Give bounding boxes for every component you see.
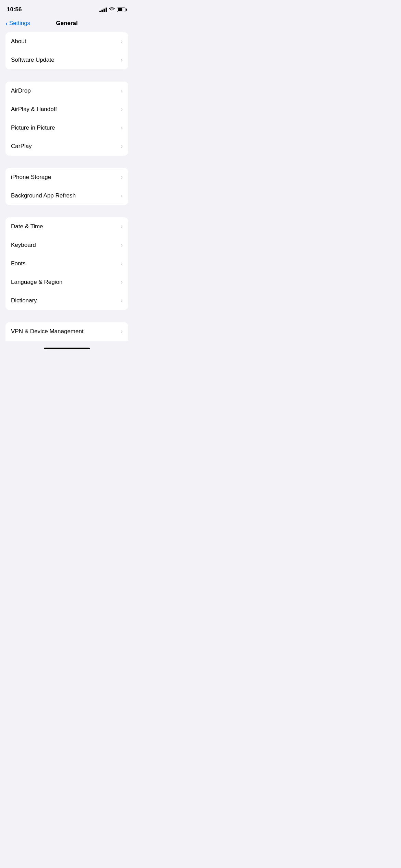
- settings-row-airplay-handoff[interactable]: AirPlay & Handoff ›: [5, 100, 128, 119]
- home-indicator-area: [0, 345, 134, 352]
- settings-row-date-time[interactable]: Date & Time ›: [5, 217, 128, 236]
- signal-icon: [99, 8, 107, 12]
- status-time: 10:56: [7, 6, 22, 13]
- settings-group-2: AirDrop › AirPlay & Handoff › Picture in…: [5, 82, 128, 156]
- row-label-fonts: Fonts: [11, 260, 26, 267]
- nav-bar: ‹ Settings General: [0, 17, 134, 32]
- settings-row-language-region[interactable]: Language & Region ›: [5, 273, 128, 291]
- chevron-icon-language-region: ›: [121, 279, 123, 285]
- row-label-date-time: Date & Time: [11, 223, 43, 230]
- settings-row-background-app-refresh[interactable]: Background App Refresh ›: [5, 186, 128, 205]
- row-label-iphone-storage: iPhone Storage: [11, 174, 51, 181]
- row-label-dictionary: Dictionary: [11, 297, 37, 304]
- chevron-icon-fonts: ›: [121, 261, 123, 267]
- home-bar: [44, 348, 90, 349]
- settings-row-iphone-storage[interactable]: iPhone Storage ›: [5, 168, 128, 186]
- settings-row-dictionary[interactable]: Dictionary ›: [5, 291, 128, 310]
- settings-row-software-update[interactable]: Software Update ›: [5, 51, 128, 69]
- chevron-icon-dictionary: ›: [121, 298, 123, 304]
- settings-group-5: VPN & Device Management ›: [5, 322, 128, 341]
- settings-group-1: About › Software Update ›: [5, 32, 128, 69]
- chevron-icon-iphone-storage: ›: [121, 174, 123, 180]
- battery-icon: [117, 8, 127, 12]
- wifi-icon: [109, 7, 115, 12]
- page-title: General: [56, 20, 77, 27]
- row-label-carplay: CarPlay: [11, 143, 32, 150]
- back-chevron-icon: ‹: [5, 20, 8, 27]
- settings-group-4: Date & Time › Keyboard › Fonts › Languag…: [5, 217, 128, 310]
- row-label-language-region: Language & Region: [11, 279, 62, 286]
- settings-row-vpn-device-management[interactable]: VPN & Device Management ›: [5, 322, 128, 341]
- row-label-airplay-handoff: AirPlay & Handoff: [11, 106, 57, 113]
- chevron-icon-about: ›: [121, 38, 123, 45]
- settings-row-airdrop[interactable]: AirDrop ›: [5, 82, 128, 100]
- settings-row-picture-in-picture[interactable]: Picture in Picture ›: [5, 119, 128, 137]
- row-label-software-update: Software Update: [11, 57, 54, 63]
- chevron-icon-background-app-refresh: ›: [121, 193, 123, 199]
- status-icons: [99, 7, 127, 12]
- chevron-icon-carplay: ›: [121, 143, 123, 149]
- back-button[interactable]: ‹ Settings: [5, 20, 30, 27]
- chevron-icon-date-time: ›: [121, 224, 123, 230]
- row-label-keyboard: Keyboard: [11, 242, 36, 249]
- back-label: Settings: [9, 20, 30, 27]
- row-label-airdrop: AirDrop: [11, 87, 31, 94]
- settings-row-about[interactable]: About ›: [5, 32, 128, 51]
- chevron-icon-airplay-handoff: ›: [121, 106, 123, 112]
- settings-row-carplay[interactable]: CarPlay ›: [5, 137, 128, 156]
- row-label-about: About: [11, 38, 26, 45]
- settings-row-fonts[interactable]: Fonts ›: [5, 254, 128, 273]
- chevron-icon-vpn-device-management: ›: [121, 328, 123, 335]
- row-label-picture-in-picture: Picture in Picture: [11, 124, 55, 131]
- settings-content: About › Software Update › AirDrop › AirP…: [0, 32, 134, 341]
- settings-group-3: iPhone Storage › Background App Refresh …: [5, 168, 128, 205]
- row-label-vpn-device-management: VPN & Device Management: [11, 328, 84, 335]
- chevron-icon-airdrop: ›: [121, 88, 123, 94]
- row-label-background-app-refresh: Background App Refresh: [11, 192, 76, 199]
- status-bar: 10:56: [0, 0, 134, 17]
- chevron-icon-picture-in-picture: ›: [121, 125, 123, 131]
- settings-row-keyboard[interactable]: Keyboard ›: [5, 236, 128, 254]
- chevron-icon-keyboard: ›: [121, 242, 123, 248]
- chevron-icon-software-update: ›: [121, 57, 123, 63]
